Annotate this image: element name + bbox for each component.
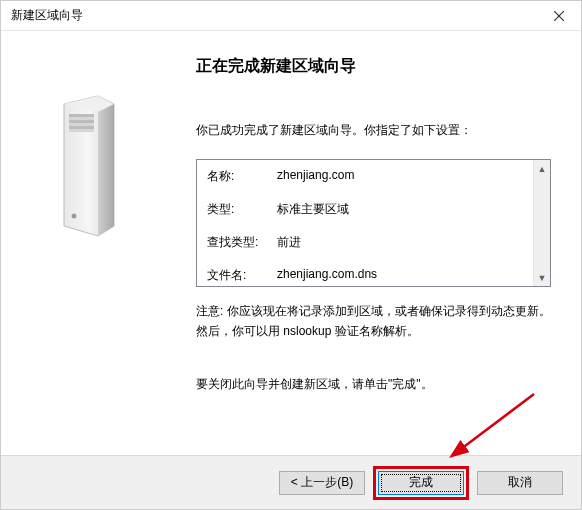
wizard-main: 正在完成新建区域向导 你已成功完成了新建区域向导。你指定了如下设置： 名称: z… xyxy=(176,31,581,455)
setting-label-file: 文件名: xyxy=(207,267,277,284)
list-item: 名称: zhenjiang.com xyxy=(207,168,533,185)
scroll-up-icon[interactable]: ▲ xyxy=(534,160,551,177)
svg-rect-6 xyxy=(69,114,94,117)
svg-rect-8 xyxy=(69,126,94,129)
page-heading: 正在完成新建区域向导 xyxy=(196,56,551,77)
setting-label-name: 名称: xyxy=(207,168,277,185)
finish-button[interactable]: 完成 xyxy=(378,471,464,495)
server-icon xyxy=(54,86,124,246)
setting-value-name: zhenjiang.com xyxy=(277,168,354,185)
close-icon xyxy=(554,11,564,21)
note-text: 注意: 你应该现在将记录添加到区域，或者确保记录得到动态更新。然后，你可以用 n… xyxy=(196,301,551,342)
settings-listbox: 名称: zhenjiang.com 类型: 标准主要区域 查找类型: 前进 文件… xyxy=(196,159,551,287)
titlebar: 新建区域向导 xyxy=(1,1,581,31)
list-item: 查找类型: 前进 xyxy=(207,234,533,251)
intro-text: 你已成功完成了新建区域向导。你指定了如下设置： xyxy=(196,122,551,139)
cancel-button[interactable]: 取消 xyxy=(477,471,563,495)
wizard-window: 新建区域向导 xyxy=(0,0,582,510)
svg-marker-3 xyxy=(98,96,114,236)
wizard-body: 正在完成新建区域向导 你已成功完成了新建区域向导。你指定了如下设置： 名称: z… xyxy=(1,31,581,455)
finish-highlight: 完成 xyxy=(373,466,469,500)
svg-rect-7 xyxy=(69,120,94,123)
wizard-footer: < 上一步(B) 完成 取消 xyxy=(1,455,581,509)
list-item: 文件名: zhenjiang.com.dns xyxy=(207,267,533,284)
close-button[interactable] xyxy=(536,1,581,30)
list-item: 类型: 标准主要区域 xyxy=(207,201,533,218)
setting-value-lookup: 前进 xyxy=(277,234,301,251)
window-title: 新建区域向导 xyxy=(11,7,83,24)
setting-value-type: 标准主要区域 xyxy=(277,201,349,218)
svg-point-9 xyxy=(71,214,76,219)
close-instruction: 要关闭此向导并创建新区域，请单击"完成"。 xyxy=(196,376,551,393)
wizard-sidebar xyxy=(1,31,176,455)
setting-label-lookup: 查找类型: xyxy=(207,234,277,251)
setting-label-type: 类型: xyxy=(207,201,277,218)
scrollbar[interactable]: ▲ ▼ xyxy=(533,160,550,286)
back-button[interactable]: < 上一步(B) xyxy=(279,471,365,495)
setting-value-file: zhenjiang.com.dns xyxy=(277,267,377,284)
scroll-down-icon[interactable]: ▼ xyxy=(534,269,551,286)
settings-content: 名称: zhenjiang.com 类型: 标准主要区域 查找类型: 前进 文件… xyxy=(207,168,533,278)
